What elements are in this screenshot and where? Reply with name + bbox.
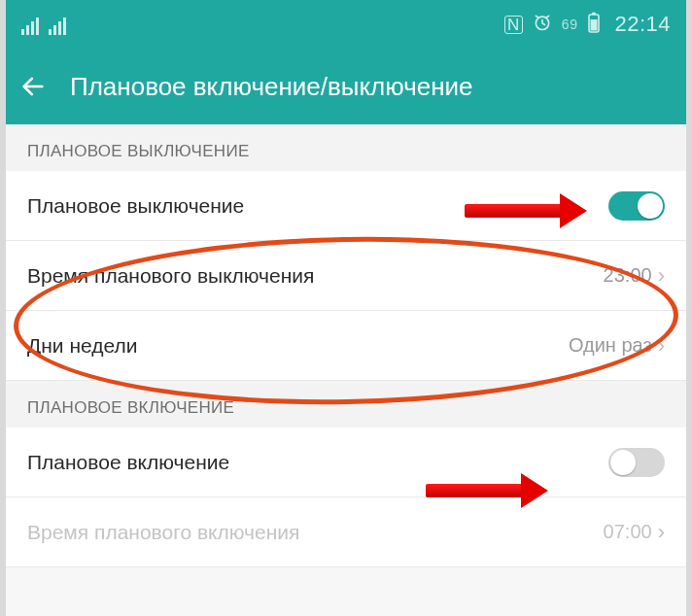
battery-icon <box>587 12 601 38</box>
svg-rect-3 <box>592 12 596 14</box>
app-bar: Плановое включение/выключение <box>0 49 692 124</box>
scheduled-off-toggle[interactable] <box>608 191 665 221</box>
chevron-right-icon: › <box>658 263 665 289</box>
row-scheduled-off-toggle[interactable]: Плановое выключение <box>0 171 692 241</box>
row-scheduled-on-toggle[interactable]: Плановое включение <box>0 428 692 497</box>
scheduled-on-label: Плановое включение <box>27 451 229 474</box>
signal-2-icon <box>49 17 66 35</box>
row-off-days[interactable]: Дни недели Один раз › <box>0 311 692 381</box>
section-header-on: ПЛАНОВОЕ ВКЛЮЧЕНИЕ <box>0 381 692 428</box>
off-days-label: Дни недели <box>27 334 137 358</box>
scheduled-off-label: Плановое выключение <box>27 194 244 218</box>
on-time-value: 07:00 <box>604 521 652 543</box>
on-time-label: Время планового включения <box>27 521 299 544</box>
svg-rect-4 <box>591 19 598 31</box>
alarm-icon <box>533 13 552 37</box>
off-time-label: Время планового выключения <box>27 264 314 288</box>
chevron-right-icon: › <box>658 520 665 545</box>
off-time-value: 23:00 <box>604 264 652 287</box>
row-on-time: Время планового включения 07:00 › <box>0 497 692 567</box>
back-button[interactable] <box>19 73 47 100</box>
off-days-value: Один раз <box>569 334 652 357</box>
chevron-right-icon: › <box>658 333 665 359</box>
scheduled-on-toggle[interactable] <box>608 448 665 477</box>
row-off-time[interactable]: Время планового выключения 23:00 › <box>0 241 692 311</box>
page-title: Плановое включение/выключение <box>70 72 473 102</box>
section-header-off: ПЛАНОВОЕ ВЫКЛЮЧЕНИЕ <box>0 124 692 171</box>
clock-time: 22:14 <box>614 12 671 37</box>
signal-1-icon <box>21 17 39 35</box>
status-bar: N 69 22:14 <box>0 0 692 49</box>
nfc-icon: N <box>504 16 523 34</box>
battery-level: 69 <box>562 17 578 32</box>
